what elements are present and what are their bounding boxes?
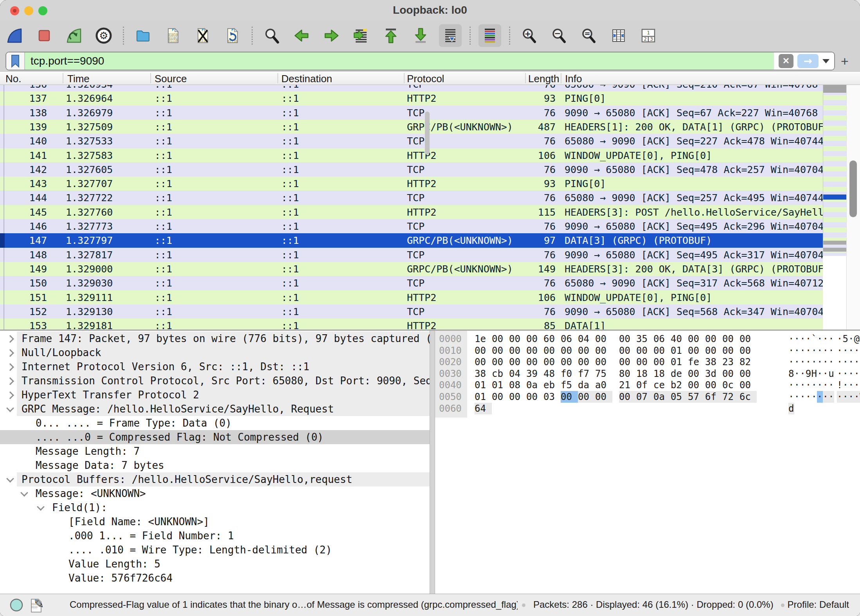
hex-ascii-char[interactable]: · xyxy=(848,333,854,345)
detail-row[interactable]: .... ...0 = Compressed Flag: Not Compres… xyxy=(0,430,430,444)
hex-ascii-char[interactable]: · xyxy=(828,391,834,403)
column-header-destination[interactable]: Destination xyxy=(281,73,399,85)
hex-ascii-char[interactable]: · xyxy=(823,391,829,403)
hex-byte[interactable]: 75 xyxy=(595,368,612,380)
hex-ascii-char[interactable]: · xyxy=(848,368,854,380)
hex-ascii-char[interactable]: · xyxy=(828,379,834,391)
hex-ascii-char[interactable]: · xyxy=(800,356,806,368)
hex-ascii-char[interactable]: ` xyxy=(811,333,817,345)
hex-byte[interactable]: 00 xyxy=(653,356,671,368)
column-separator[interactable] xyxy=(404,73,405,83)
hex-ascii-char[interactable]: H xyxy=(811,368,817,380)
layout-chooser-button[interactable]: 123 xyxy=(637,24,660,47)
hex-byte[interactable]: 57 xyxy=(688,391,705,403)
scrollbar-handle[interactable] xyxy=(849,160,857,217)
chevron-down-icon[interactable] xyxy=(20,489,28,497)
hex-byte[interactable]: 00 xyxy=(509,333,526,345)
hex-byte[interactable]: 00 xyxy=(688,345,705,357)
capture-options-button[interactable]: ⚙ xyxy=(92,24,115,47)
hex-byte[interactable]: 6c xyxy=(739,391,757,403)
hex-ascii-char[interactable]: · xyxy=(854,345,860,357)
detail-row[interactable]: .000 1... = Field Number: 1 xyxy=(0,529,430,543)
packet-row-152[interactable]: 1521.329130::1::1TCP769090 → 65080 [ACK]… xyxy=(0,304,823,319)
hex-byte[interactable]: 40 xyxy=(671,333,688,345)
hex-ascii-char[interactable]: · xyxy=(817,391,823,403)
hex-ascii-char[interactable]: · xyxy=(806,356,811,368)
hex-ascii-char[interactable]: · xyxy=(854,356,860,368)
packet-row-144[interactable]: 1441.327722::1::1TCP7665080 → 9090 [ACK]… xyxy=(0,191,823,205)
hex-byte[interactable]: f5 xyxy=(561,379,578,391)
hex-ascii-char[interactable]: · xyxy=(788,379,794,391)
hex-byte[interactable]: 00 xyxy=(526,356,543,368)
hex-ascii-char[interactable]: · xyxy=(800,391,806,403)
hex-ascii-char[interactable]: · xyxy=(800,345,806,357)
previous-packet-button[interactable] xyxy=(290,24,313,47)
hex-byte[interactable]: 00 xyxy=(705,379,722,391)
chevron-right-icon[interactable] xyxy=(6,349,14,357)
hex-ascii-char[interactable]: · xyxy=(794,345,800,357)
detail-row[interactable]: Value: 576f726c64 xyxy=(0,571,430,585)
column-header-length[interactable]: Length xyxy=(528,73,560,85)
hex-byte[interactable]: 72 xyxy=(722,391,739,403)
hex-byte[interactable]: 00 xyxy=(688,333,705,345)
next-packet-button[interactable] xyxy=(320,24,343,47)
auto-scroll-toggle[interactable] xyxy=(439,24,462,47)
hex-ascii-char[interactable]: · xyxy=(842,345,848,357)
hex-byte[interactable]: 82 xyxy=(739,356,757,368)
hex-byte[interactable]: 07 xyxy=(636,391,653,403)
chevron-right-icon[interactable] xyxy=(6,377,14,385)
detail-row[interactable]: HyperText Transfer Protocol 2 xyxy=(0,388,430,402)
packet-row-150[interactable]: 1501.329030::1::1TCP7665080 → 9090 [ACK]… xyxy=(0,276,823,290)
hex-byte[interactable]: 00 xyxy=(619,333,636,345)
hex-byte[interactable]: 0c xyxy=(722,379,739,391)
hex-byte[interactable]: 00 xyxy=(705,333,722,345)
find-packet-button[interactable] xyxy=(261,24,283,47)
packet-row-142[interactable]: 1421.327605::1::1TCP769090 → 65080 [ACK]… xyxy=(0,162,823,177)
hex-ascii-char[interactable]: @ xyxy=(854,333,860,345)
hex-byte[interactable]: 00 xyxy=(526,345,543,357)
hex-byte[interactable]: 00 xyxy=(561,391,578,403)
hex-ascii-char[interactable]: · xyxy=(817,368,823,380)
save-file-button[interactable]: 010100110101110 xyxy=(162,24,184,47)
hex-byte[interactable]: f0 xyxy=(561,368,578,380)
hex-byte[interactable]: 21 xyxy=(619,379,636,391)
hex-ascii-char[interactable]: · xyxy=(828,333,834,345)
hex-byte[interactable]: 00 xyxy=(526,333,543,345)
hex-byte[interactable]: 00 xyxy=(509,391,526,403)
hex-byte[interactable]: 00 xyxy=(543,356,561,368)
detail-row[interactable]: 0... .... = Frame Type: Data (0) xyxy=(0,416,430,430)
hex-ascii-char[interactable]: · xyxy=(806,333,811,345)
last-packet-button[interactable] xyxy=(409,24,432,47)
hex-ascii-char[interactable]: 9 xyxy=(806,368,811,380)
chevron-down-icon[interactable] xyxy=(6,404,14,412)
packet-row-145[interactable]: 1451.327760::1::1HTTP2115HEADERS[3]: POS… xyxy=(0,205,823,220)
hex-byte[interactable]: 1e xyxy=(475,333,492,345)
hex-ascii-char[interactable]: · xyxy=(848,345,854,357)
packet-row-147[interactable]: 1471.327797::1::1GRPC/PB(<UNKNOWN>)97DAT… xyxy=(0,233,823,248)
hex-byte[interactable]: 60 xyxy=(543,333,561,345)
hex-ascii-char[interactable]: · xyxy=(842,379,848,391)
hex-ascii-char[interactable]: · xyxy=(811,356,817,368)
hex-ascii-char[interactable]: · xyxy=(823,356,829,368)
hex-ascii-char[interactable]: · xyxy=(800,368,806,380)
hex-byte[interactable]: 00 xyxy=(595,333,612,345)
chevron-right-icon[interactable] xyxy=(6,335,14,343)
hex-ascii-char[interactable]: · xyxy=(837,333,843,345)
hex-byte[interactable]: 01 xyxy=(475,391,492,403)
hex-byte[interactable]: fe xyxy=(688,356,705,368)
hex-byte[interactable]: 00 xyxy=(619,345,636,357)
packet-row-146[interactable]: 1461.327773::1::1TCP769090 → 65080 [ACK]… xyxy=(0,219,823,234)
hex-byte[interactable]: 0a xyxy=(653,391,671,403)
hex-ascii-char[interactable]: · xyxy=(823,345,829,357)
hex-byte[interactable]: 04 xyxy=(578,333,595,345)
hex-byte[interactable]: 05 xyxy=(671,391,688,403)
detail-row[interactable]: Protocol Buffers: /hello.HelloService/Sa… xyxy=(0,472,430,486)
column-header-time[interactable]: Time xyxy=(67,73,146,85)
hex-byte[interactable]: 00 xyxy=(543,345,561,357)
hex-ascii-char[interactable]: · xyxy=(854,368,860,380)
first-packet-button[interactable] xyxy=(380,24,402,47)
open-file-button[interactable] xyxy=(132,24,155,47)
detail-row[interactable]: Value Length: 5 xyxy=(0,557,430,571)
column-header-info[interactable]: Info xyxy=(565,73,721,85)
hex-ascii-char[interactable]: · xyxy=(806,391,811,403)
